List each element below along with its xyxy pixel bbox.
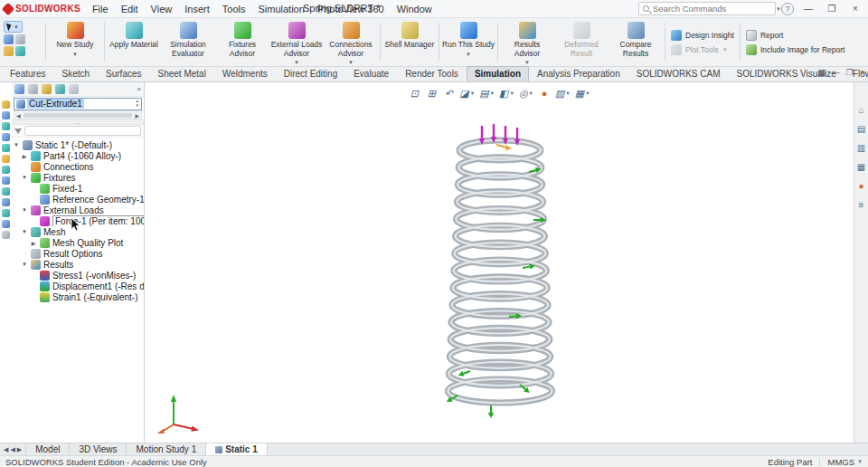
- tab-motion-study-1[interactable]: Motion Study 1: [127, 443, 206, 455]
- units-selector[interactable]: MMGS ▼: [827, 457, 863, 467]
- dropdown-icon[interactable]: ▼: [72, 52, 78, 57]
- tree-item-results[interactable]: ▼ Results: [12, 259, 144, 270]
- feature-tree-icon[interactable]: [2, 144, 10, 152]
- tree-item-strain[interactable]: Strain1 (-Equivalent-): [12, 291, 144, 302]
- home-icon[interactable]: ⌂: [858, 106, 863, 115]
- menu-insert[interactable]: Insert: [178, 2, 216, 16]
- scrollbar-thumb[interactable]: [24, 113, 133, 118]
- feature-tree-icon[interactable]: [2, 176, 10, 185]
- compare-results-button[interactable]: Compare Results: [609, 19, 663, 65]
- featuremanager-tab-icon[interactable]: [14, 84, 24, 94]
- graphics-viewport[interactable]: ⊡ ⊞ ↶ ◪▼ ▤▼ ◧▼ ◎▼ ● ▨▼ ▦▼: [145, 82, 854, 443]
- displaymanager-tab-icon[interactable]: [69, 84, 79, 94]
- feature-tree-icon[interactable]: [2, 198, 10, 206]
- solidworks-logo[interactable]: SOLIDWORKS: [4, 4, 80, 14]
- tab-render-tools[interactable]: Render Tools: [397, 66, 467, 81]
- edit-appearance-icon[interactable]: ●: [537, 86, 552, 100]
- tree-item-mesh-quality-plot[interactable]: ▶ Mesh Quality Plot: [12, 237, 144, 248]
- doc-window-menu-icon[interactable]: ▦: [817, 68, 826, 77]
- menu-simulation[interactable]: Simulation: [251, 2, 310, 16]
- selected-feature-name[interactable]: Cut-Extrude1: [27, 99, 84, 109]
- tab-3d-views[interactable]: 3D Views: [70, 443, 127, 455]
- external-loads-advisor-button[interactable]: External Loads Advisor ▼: [269, 19, 324, 65]
- tree-item-stress[interactable]: Stress1 (-vonMises-): [12, 270, 144, 281]
- expander-icon[interactable]: ▼: [21, 175, 28, 180]
- expander-icon[interactable]: ▶: [21, 153, 28, 159]
- include-image-for-report-button[interactable]: Include Image for Report: [746, 44, 845, 55]
- print-document-icon[interactable]: [4, 46, 14, 56]
- tab-solidworks-cam[interactable]: SOLIDWORKS CAM: [628, 66, 729, 81]
- spinner-icon[interactable]: ▲ ▼: [136, 100, 139, 109]
- fixtures-advisor-button[interactable]: Fixtures Advisor: [215, 19, 269, 65]
- tree-item-fixed[interactable]: Fixed-1: [12, 183, 144, 194]
- file-explorer-icon[interactable]: ▥: [857, 144, 865, 153]
- feature-tree-icon[interactable]: [2, 187, 10, 195]
- menu-file[interactable]: File: [86, 2, 115, 16]
- new-study-button[interactable]: New Study ▼: [48, 19, 102, 65]
- tab-direct-editing[interactable]: Direct Editing: [276, 66, 345, 81]
- filter-icon[interactable]: [14, 129, 22, 134]
- tab-sketch[interactable]: Sketch: [53, 66, 98, 81]
- rebuild-icon[interactable]: [15, 46, 25, 56]
- apply-scene-icon[interactable]: ▨▼: [554, 86, 571, 100]
- tab-sheet-metal[interactable]: Sheet Metal: [150, 66, 214, 81]
- feature-tree-icon[interactable]: [2, 122, 10, 130]
- configurationmanager-tab-icon[interactable]: [42, 84, 52, 94]
- menu-window[interactable]: Window: [391, 2, 439, 16]
- hide-show-items-icon[interactable]: ◎▼: [518, 86, 534, 100]
- expander-icon[interactable]: ▼: [21, 262, 28, 267]
- view-settings-icon[interactable]: ▦▼: [574, 86, 591, 100]
- apply-material-button[interactable]: Apply Material: [107, 19, 161, 65]
- zoom-area-icon[interactable]: ⊞: [424, 86, 439, 100]
- view-palette-icon[interactable]: ▦: [857, 163, 865, 172]
- display-style-icon[interactable]: ◧▼: [498, 86, 515, 100]
- feature-tree-icon[interactable]: [2, 220, 10, 228]
- propertymanager-tab-icon[interactable]: [28, 84, 38, 94]
- dimxpertmanager-tab-icon[interactable]: [55, 84, 65, 94]
- tab-features[interactable]: Features: [2, 66, 53, 81]
- feature-tree-icon[interactable]: [2, 166, 10, 174]
- tree-item-displacement[interactable]: Displacement1 (-Res disp-): [12, 281, 144, 291]
- connections-advisor-button[interactable]: Connections Advisor ▼: [324, 19, 378, 65]
- tab-scroll-next-icon[interactable]: ▶: [17, 446, 22, 453]
- dropdown-icon[interactable]: ▼: [466, 52, 471, 57]
- tab-static-1[interactable]: Static 1: [206, 443, 268, 455]
- doc-minimize-button[interactable]: —: [832, 68, 840, 77]
- feature-tree-icon[interactable]: [2, 231, 10, 239]
- tab-scroll-prev-icon[interactable]: ◀: [10, 446, 14, 453]
- results-advisor-button[interactable]: Results Advisor ▼: [500, 19, 554, 65]
- tree-item-result-options[interactable]: Result Options: [12, 248, 144, 259]
- flyout-horizontal-scrollbar[interactable]: ◀ ▶: [14, 110, 142, 119]
- filter-input[interactable]: [24, 126, 141, 136]
- restore-button[interactable]: ❐: [823, 4, 841, 14]
- select-tool-button[interactable]: ▼: [4, 21, 23, 33]
- tab-surfaces[interactable]: Surfaces: [98, 66, 149, 81]
- search-input[interactable]: [653, 4, 772, 14]
- doc-restore-button[interactable]: ❐: [846, 68, 854, 77]
- dropdown-icon[interactable]: ▼: [348, 60, 354, 65]
- design-library-icon[interactable]: ▤: [857, 125, 865, 134]
- scroll-right-icon[interactable]: ▶: [135, 112, 139, 119]
- zoom-fit-icon[interactable]: ⊡: [407, 86, 421, 100]
- feature-tree-icon[interactable]: [2, 100, 10, 109]
- open-document-icon[interactable]: [4, 34, 14, 44]
- section-view-icon[interactable]: ◪▼: [458, 86, 476, 100]
- spin-down-icon[interactable]: ▼: [136, 104, 139, 109]
- feature-tree-icon[interactable]: [2, 209, 10, 217]
- expander-icon[interactable]: ▼: [13, 142, 20, 148]
- appearances-icon[interactable]: ●: [858, 182, 863, 191]
- rename-feature-field[interactable]: Cut-Extrude1 ▲ ▼: [14, 98, 142, 110]
- tab-evaluate[interactable]: Evaluate: [345, 66, 397, 81]
- menu-edit[interactable]: Edit: [115, 2, 145, 16]
- dropdown-icon[interactable]: ▼: [294, 60, 299, 65]
- previous-view-icon[interactable]: ↶: [441, 86, 456, 100]
- save-document-icon[interactable]: [15, 34, 25, 44]
- menu-tools[interactable]: Tools: [216, 2, 252, 16]
- tree-item-reference-geometry[interactable]: Reference Geometry-1 (variabl: [12, 194, 144, 205]
- dropdown-icon[interactable]: ▼: [524, 60, 530, 65]
- select-dropdown-icon[interactable]: ▼: [14, 24, 19, 30]
- expander-icon[interactable]: ▼: [21, 229, 28, 234]
- tab-weldments[interactable]: Weldments: [214, 66, 276, 81]
- feature-tree-icon[interactable]: [2, 133, 10, 141]
- tree-item-static-study[interactable]: ▼ Static 1* (-Default-): [12, 139, 144, 150]
